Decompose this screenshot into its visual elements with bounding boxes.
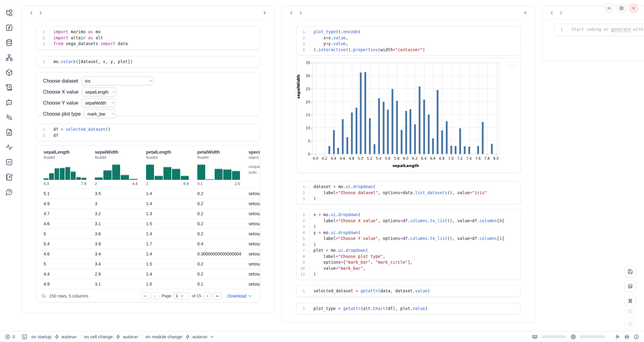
- code-editor[interactable]: 1df = selected_dataset()2df: [36, 124, 260, 141]
- token: ui: [338, 248, 343, 253]
- table-row[interactable]: 5.43.91.70.4setosa: [36, 239, 260, 249]
- table-row[interactable]: 4.93.11.50.1setosa: [36, 279, 260, 289]
- sidebar-item-code-snippet[interactable]: [5, 159, 13, 166]
- bar: [401, 130, 402, 154]
- download-button[interactable]: Download: [227, 294, 256, 298]
- sidebar-item-help[interactable]: [5, 188, 13, 196]
- settings-button[interactable]: [617, 4, 626, 13]
- save-icon: [628, 269, 633, 274]
- line-gutter: 2: [36, 133, 50, 139]
- connection-status-icon[interactable]: [634, 334, 639, 340]
- code-line: 11): [296, 271, 521, 277]
- code-content: ): [310, 271, 316, 277]
- page-select[interactable]: 1: [174, 292, 189, 300]
- last-page-button[interactable]: »: [213, 292, 221, 300]
- table-column-header[interactable]: sepalWidthfloat6424.4: [88, 150, 139, 186]
- column-left-button[interactable]: [27, 8, 36, 17]
- fold-chevron-icon[interactable]: ⌄: [305, 29, 308, 35]
- table-row[interactable]: 53.61.40.2setosa: [36, 229, 260, 239]
- chart-menu-button[interactable]: ⋯: [508, 61, 517, 69]
- dropdown-select-choose-y-value[interactable]: sepalWidth: [81, 98, 115, 107]
- menu-button[interactable]: [604, 4, 614, 13]
- table-row[interactable]: 5.13.51.40.2setosa: [36, 188, 260, 198]
- dropdown-select-choose-plot-type[interactable]: mark_bar: [84, 109, 116, 118]
- dropdown-select-choose-x-value[interactable]: sepalLength: [82, 87, 116, 96]
- code-editor[interactable]: 1mo.vstack([dataset, x, y, plot]): [36, 56, 260, 67]
- command-palette-button[interactable]: [624, 295, 636, 307]
- generate-link[interactable]: generate: [611, 27, 631, 32]
- bar: [364, 72, 366, 154]
- shutdown-button[interactable]: [629, 4, 638, 13]
- token: mo.: [331, 248, 338, 253]
- line-gutter: 2: [296, 35, 310, 41]
- sidebar-item-activity[interactable]: [5, 144, 13, 151]
- code-editor[interactable]: 1 Start coding or generate with: [554, 24, 644, 35]
- copilot-icon[interactable]: [624, 334, 630, 340]
- code-cell-vstack: 1mo.vstack([dataset, x, y, plot]): [36, 56, 260, 68]
- sidebar-item-document[interactable]: [5, 129, 13, 136]
- code-editor[interactable]: 1⌄dataset = mo.ui.dropdown(2 label="Choo…: [296, 181, 521, 204]
- fold-chevron-icon[interactable]: ⌄: [305, 184, 308, 190]
- token: 0: [499, 218, 502, 223]
- table-row[interactable]: 4.63.41.40.30000000000000004setosa: [36, 249, 260, 259]
- table-column-header[interactable]: speciesobjectunique:nulls:: [241, 150, 260, 186]
- column-right-button[interactable]: [556, 8, 566, 17]
- code-editor[interactable]: 1import marimo as mo2import altair as al…: [36, 27, 260, 49]
- column-left-button[interactable]: [287, 8, 296, 17]
- x-tick: [324, 154, 325, 156]
- table-cell: 0.2: [190, 191, 241, 196]
- vega-chart[interactable]: sepalLength sepalWidth ⋯ 4.04.24.44.64.8…: [296, 58, 521, 173]
- sidebar-item-dependency-graph[interactable]: [5, 54, 13, 61]
- stop-button[interactable]: [624, 305, 636, 317]
- sidebar-item-chat-bot[interactable]: [5, 99, 13, 106]
- prev-page-button[interactable]: ‹: [151, 292, 159, 300]
- add-cell-button[interactable]: [260, 8, 269, 17]
- errors-indicator[interactable]: 0: [5, 334, 15, 340]
- token: , options: [378, 218, 400, 223]
- cpu-usage-bar[interactable]: [580, 335, 605, 338]
- table-column-header[interactable]: petalLengthfloat6416.9: [139, 150, 190, 186]
- add-cell-button[interactable]: [521, 8, 530, 17]
- run-config-item[interactable]: on startup:autorun: [31, 334, 77, 339]
- fold-chevron-icon[interactable]: ⌄: [305, 212, 308, 218]
- fold-chevron-icon[interactable]: ⌄: [305, 230, 308, 236]
- table-row[interactable]: 4.931.40.2setosa: [36, 198, 260, 208]
- sidebar-item-scratchpad[interactable]: [5, 173, 13, 181]
- dropdown-select-choose-dataset[interactable]: iris: [81, 77, 153, 85]
- ram-usage-bar[interactable]: [542, 335, 567, 338]
- column-right-button[interactable]: [36, 8, 45, 17]
- sidebar-item-file-tree[interactable]: [5, 9, 13, 16]
- token: "mark_bar": [346, 260, 370, 265]
- table-row[interactable]: 4.63.11.50.2setosa: [36, 219, 260, 229]
- sidebar-item-script-log[interactable]: [5, 84, 13, 91]
- code-editor[interactable]: 1⌄plot_type().encode(2 x=x.value,3 y=y.v…: [296, 27, 521, 55]
- token: x.: [328, 35, 333, 40]
- table-row[interactable]: 4.42.91.40.2setosa: [36, 269, 260, 279]
- table-row[interactable]: 53.41.50.2setosa: [36, 259, 260, 269]
- search-icon[interactable]: [41, 294, 46, 298]
- table-column-header[interactable]: sepalLengthfloat644.37.9: [36, 150, 88, 186]
- run-button[interactable]: [624, 318, 636, 330]
- sidebar-item-log-search[interactable]: [5, 114, 13, 121]
- table-column-header[interactable]: petalWidthfloat640.12.5: [190, 150, 241, 186]
- first-page-button[interactable]: «: [141, 292, 149, 300]
- code-editor[interactable]: 1selected_dataset = getattr(data, datase…: [296, 286, 521, 297]
- save-button[interactable]: [624, 266, 636, 277]
- table-cell: 4.9: [36, 282, 88, 287]
- run-config-item[interactable]: on cell change:autorun: [84, 334, 138, 339]
- code-editor[interactable]: 1plot_type = getattr(alt.Chart(df), plot…: [296, 303, 521, 314]
- sidebar-item-function-square[interactable]: [5, 24, 13, 31]
- table-row[interactable]: 4.73.21.30.2setosa: [36, 208, 260, 219]
- ai-sparkles-icon[interactable]: [615, 334, 620, 340]
- code-editor[interactable]: 1⌄x = mo.ui.dropdown(2 label="Choose X v…: [296, 209, 521, 280]
- fold-chevron-icon[interactable]: ⌄: [305, 248, 308, 254]
- table-cell: 4.9: [36, 201, 88, 206]
- sidebar-item-database[interactable]: [5, 39, 13, 46]
- terminal-button[interactable]: [22, 334, 27, 340]
- column-right-button[interactable]: [296, 8, 305, 17]
- sidebar-item-package[interactable]: [5, 69, 13, 76]
- run-config-item[interactable]: on module change:autorun: [146, 334, 215, 339]
- layout-select-button[interactable]: [624, 280, 636, 292]
- next-page-button[interactable]: ›: [204, 292, 212, 300]
- column-left-button[interactable]: [547, 8, 556, 17]
